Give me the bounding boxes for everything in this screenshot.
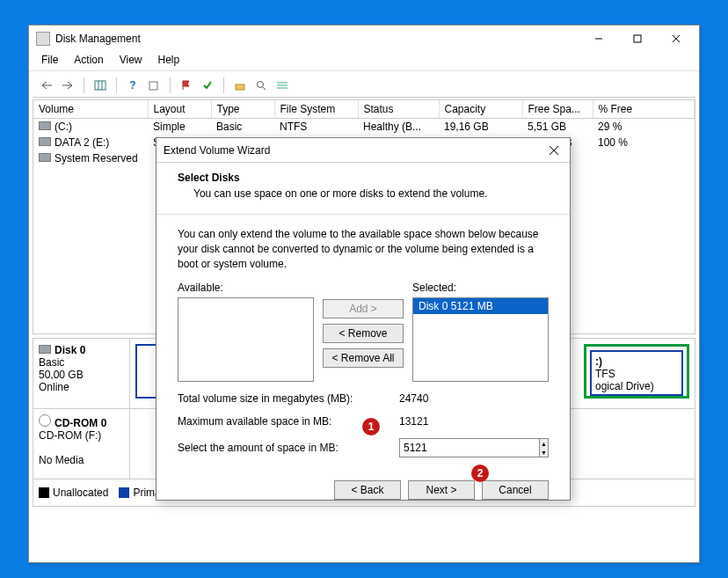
- close-button[interactable]: [657, 26, 695, 51]
- col-type[interactable]: Type: [211, 100, 274, 118]
- menu-action[interactable]: Action: [67, 52, 110, 70]
- col-free[interactable]: Free Spa...: [522, 100, 593, 118]
- menu-file[interactable]: File: [34, 52, 65, 70]
- total-size-label: Total volume size in megabytes (MB):: [178, 392, 399, 405]
- dialog-heading: Select Disks: [178, 172, 240, 184]
- volume-icon: [39, 153, 51, 162]
- menubar: File Action View Help: [29, 52, 699, 71]
- window-title: Disk Management: [55, 33, 579, 45]
- available-listbox[interactable]: [178, 297, 314, 382]
- col-status[interactable]: Status: [358, 100, 439, 118]
- list-icon[interactable]: [273, 77, 291, 94]
- add-button[interactable]: Add >: [323, 299, 404, 318]
- volume-icon: [39, 121, 51, 130]
- search-icon[interactable]: [252, 77, 270, 94]
- col-layout[interactable]: Layout: [148, 100, 211, 118]
- spinner-down-button[interactable]: ▼: [540, 448, 548, 457]
- back-button[interactable]: < Back: [334, 480, 401, 500]
- dialog-description: You can only extend the volume to the av…: [178, 227, 549, 271]
- col-volume[interactable]: Volume: [33, 100, 148, 118]
- total-size-value: 24740: [399, 392, 547, 405]
- legend-primary-icon: [119, 487, 129, 498]
- extend-volume-dialog: Extend Volume Wizard Select Disks You ca…: [156, 137, 571, 501]
- help-icon[interactable]: ?: [124, 77, 142, 94]
- remove-button[interactable]: < Remove: [323, 324, 404, 343]
- toolbar: ?: [33, 73, 695, 98]
- svg-rect-8: [236, 84, 244, 90]
- legend-unallocated-icon: [39, 487, 49, 498]
- flag-icon[interactable]: [178, 77, 195, 94]
- table-row[interactable]: (C:)SimpleBasicNTFSHealthy (B...19,16 GB…: [33, 118, 695, 135]
- cancel-button[interactable]: Cancel: [482, 480, 549, 500]
- available-label: Available:: [178, 282, 223, 294]
- cdrom-icon: [39, 414, 51, 427]
- amount-input[interactable]: [399, 438, 540, 457]
- annotation-marker-1: 1: [362, 418, 380, 435]
- max-space-value: 13121: [399, 415, 547, 428]
- selected-listbox[interactable]: Disk 0 5121 MB: [412, 297, 549, 382]
- forward-icon[interactable]: [59, 77, 76, 94]
- remove-all-button[interactable]: < Remove All: [323, 348, 404, 368]
- partition-extended[interactable]: :) TFS ogical Drive): [584, 344, 689, 399]
- amount-spinner: ▲ ▼: [399, 438, 549, 457]
- selected-label: Selected:: [412, 282, 456, 294]
- dialog-subheading: You can use space on one or more disks t…: [193, 187, 487, 200]
- maximize-button[interactable]: [618, 26, 657, 51]
- col-filesystem[interactable]: File System: [274, 100, 358, 118]
- drive-icon[interactable]: [231, 77, 249, 94]
- col-pctfree[interactable]: % Free: [593, 100, 695, 118]
- disk-header: Disk 0 Basic 50,00 GB Online: [33, 339, 130, 408]
- titlebar: Disk Management: [29, 26, 699, 52]
- check-icon[interactable]: [199, 77, 216, 94]
- disk-icon: [39, 345, 51, 354]
- annotation-marker-2: 2: [471, 465, 489, 482]
- svg-point-9: [258, 81, 264, 87]
- dialog-titlebar: Extend Volume Wizard: [157, 138, 570, 163]
- detail-icon[interactable]: [145, 77, 163, 94]
- cdrom-header: CD-ROM 0 CD-ROM (F:) No Media: [33, 409, 130, 479]
- menu-help[interactable]: Help: [151, 52, 187, 70]
- app-icon: [36, 32, 50, 46]
- svg-rect-7: [149, 82, 157, 90]
- svg-rect-4: [95, 81, 106, 90]
- spinner-up-button[interactable]: ▲: [540, 439, 548, 448]
- volume-icon: [39, 137, 51, 146]
- dialog-header: Select Disks You can use space on one or…: [157, 163, 570, 215]
- col-capacity[interactable]: Capacity: [439, 100, 522, 118]
- menu-view[interactable]: View: [113, 52, 149, 70]
- minimize-button[interactable]: [579, 26, 618, 51]
- dialog-close-button[interactable]: [545, 142, 563, 159]
- back-icon[interactable]: [38, 77, 55, 94]
- dialog-title: Extend Volume Wizard: [164, 144, 545, 157]
- selected-item[interactable]: Disk 0 5121 MB: [413, 298, 548, 314]
- next-button[interactable]: Next >: [408, 480, 475, 500]
- svg-line-10: [263, 87, 266, 90]
- columns-icon[interactable]: [91, 77, 109, 94]
- select-space-label: Select the amount of space in MB:: [178, 442, 399, 454]
- svg-rect-1: [634, 35, 641, 42]
